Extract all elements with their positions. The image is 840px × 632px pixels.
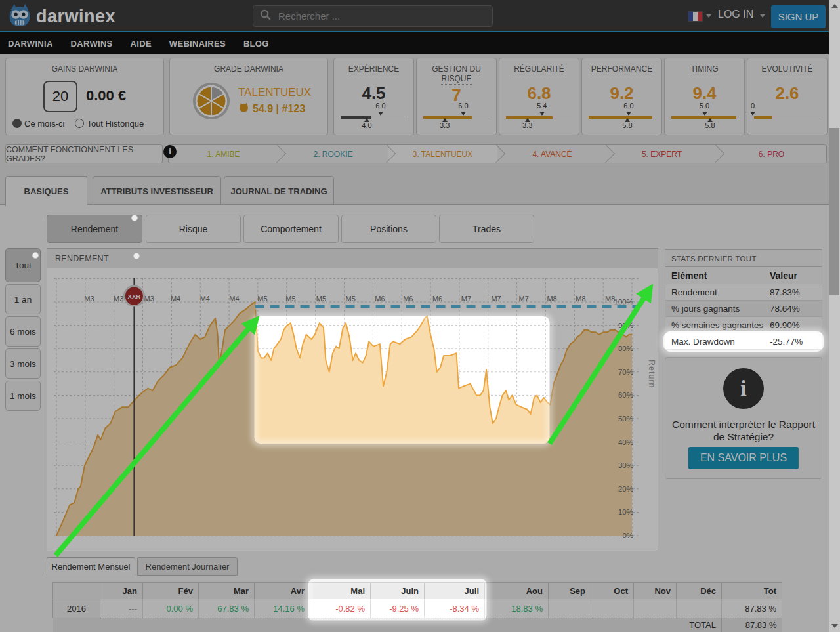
month-value-mar: 67.83 % xyxy=(199,599,255,618)
radio-this-month[interactable]: Ce mois-ci xyxy=(12,119,64,129)
time-button-1-mois[interactable]: 1 mois xyxy=(5,381,41,411)
nav-item-darwins[interactable]: DARWINS xyxy=(71,39,113,49)
month-value-juin: -9.25 % xyxy=(371,599,425,618)
return-area-chart[interactable]: M3M3M3M4M4M4M5M5M5M5M6M6M6M7M7M7M8M8M80%… xyxy=(47,268,656,549)
month-header-juil: Juil xyxy=(425,583,485,599)
svg-text:M3: M3 xyxy=(114,295,123,303)
score-card-timing: TIMING9.45.05.8 xyxy=(664,58,745,135)
beacon-dot xyxy=(32,252,39,259)
grade-step-4-avanc: 4. AVANCÉ xyxy=(497,145,607,163)
stats-row-max-drawdown: Max. Drawdown-25.77% xyxy=(665,333,822,350)
stats-row-label: % jours gagnants xyxy=(665,304,770,314)
month-value-mai: -0.82 % xyxy=(310,599,371,618)
nav-item-blog[interactable]: BLOG xyxy=(243,39,269,49)
gauge-bottom-value: 3.3 xyxy=(440,121,450,129)
subtab-trades[interactable]: Trades xyxy=(439,215,534,243)
subtab-rendement[interactable]: Rendement xyxy=(47,215,142,243)
nav-item-webinaires[interactable]: WEBINAIRES xyxy=(169,39,226,49)
nav-item-darwinia[interactable]: DARWINIA xyxy=(8,39,53,49)
gauge-fill xyxy=(589,116,652,119)
subtab-comportement[interactable]: Comportement xyxy=(243,215,339,243)
month-header-aou: Aou xyxy=(485,583,549,599)
login-caret-icon[interactable] xyxy=(760,14,765,18)
interpretation-info-panel: i Comment interpréter le Rapportde Strat… xyxy=(665,357,822,479)
month-value-nov xyxy=(634,599,677,618)
tab-monthly-return[interactable]: Rendement Mensuel xyxy=(47,557,135,576)
svg-text:30%: 30% xyxy=(618,461,633,469)
vertical-scrollbar[interactable] xyxy=(829,0,840,632)
tab-journal-de-trading[interactable]: JOURNAL DE TRADING xyxy=(224,176,334,206)
subtab-risque[interactable]: Risque xyxy=(146,215,241,243)
language-caret-icon[interactable] xyxy=(706,14,711,18)
svg-text:M8: M8 xyxy=(576,295,585,303)
score-value: 6.8 xyxy=(499,83,579,104)
page: darwinex LOG IN SIGN UP DARWINIADARWINSA… xyxy=(0,0,840,632)
info-text: Comment interpréter le Rapportde Stratég… xyxy=(665,418,822,444)
grade-step-label: 4. AVANCÉ xyxy=(532,150,572,159)
scrollbar-thumb[interactable] xyxy=(830,128,839,295)
score-value: 9.2 xyxy=(582,83,662,104)
score-card-performance: PERFORMANCE9.26.05.8 xyxy=(581,58,662,135)
subtab-positions[interactable]: Positions xyxy=(341,215,436,243)
grade-step-6-pro: 6. PRO xyxy=(717,145,826,163)
nav-item-aide[interactable]: AIDE xyxy=(131,39,152,49)
beacon-dot xyxy=(131,215,138,221)
gauge-top-value: 0 xyxy=(751,102,755,110)
time-button-1-an[interactable]: 1 an xyxy=(5,284,41,314)
tab-attributs-investisseur[interactable]: ATTRIBUTS INVESTISSEUR xyxy=(93,176,221,206)
gauge-top-value: 5.0 xyxy=(700,102,709,110)
score-card-gestion-durisque: GESTION DURISQUE76.03.3 xyxy=(416,58,497,135)
scroll-down-icon[interactable] xyxy=(831,624,838,628)
grade-steps-bar: 1. AMIBE2. ROOKIE3. TALENTUEUX4. AVANCÉ5… xyxy=(168,144,827,163)
svg-text:M3: M3 xyxy=(84,295,94,303)
score-card-title: RÉGULARITÉ xyxy=(499,64,579,74)
logo-wordmark: darwinex xyxy=(36,7,116,27)
svg-text:80%: 80% xyxy=(618,345,633,352)
gauge-top-marker-icon xyxy=(378,112,383,116)
tab-daily-return[interactable]: Rendement Journalier xyxy=(137,557,238,576)
beacon-dot xyxy=(133,253,140,259)
search-box[interactable] xyxy=(253,5,493,27)
gauge-bottom-value: 5.8 xyxy=(622,121,632,129)
tab-basiques[interactable]: BASIQUES xyxy=(5,176,87,206)
month-header-tot: Tot xyxy=(722,583,782,599)
score-gauge: 6.03.3 xyxy=(422,103,491,131)
grade-darwinia-card: GRADE DARWINIA TALENTUEUX xyxy=(169,58,328,135)
stats-panel-title: STATS DERNIER TOUT xyxy=(665,250,822,267)
time-button-6-mois[interactable]: 6 mois xyxy=(5,316,41,347)
grade-step-label: 1. AMIBE xyxy=(207,150,240,159)
grade-pie-icon xyxy=(192,82,230,123)
month-value-tot: 87.83 % xyxy=(722,599,782,618)
radio-all-history[interactable]: Tout Historique xyxy=(75,119,144,129)
gauge-top-marker-icon xyxy=(702,112,707,116)
stats-header-row: Elément Valeur xyxy=(665,267,822,284)
login-button[interactable]: LOG IN xyxy=(718,9,753,20)
score-gauge: 5.05.8 xyxy=(670,103,739,131)
total-label-cell: TOTAL xyxy=(53,618,722,632)
gauge-bottom-value: 5.8 xyxy=(705,121,715,129)
month-value-d-c xyxy=(677,599,722,618)
svg-text:M6: M6 xyxy=(432,295,442,303)
signup-button[interactable]: SIGN UP xyxy=(771,5,826,28)
language-flag-icon[interactable] xyxy=(688,11,703,22)
time-button-3-mois[interactable]: 3 mois xyxy=(5,348,41,379)
score-card-title: PERFORMANCE xyxy=(582,64,662,74)
darwinex-logo[interactable]: darwinex xyxy=(8,3,116,30)
learn-more-button[interactable]: EN SAVOIR PLUS xyxy=(688,447,799,469)
how-grades-work-button[interactable]: COMMENT FONCTIONNENT LES GRADES? xyxy=(5,144,163,163)
month-value-avr: 14.16 % xyxy=(255,599,310,618)
grade-card-title: GRADE DARWINIA xyxy=(170,64,327,74)
year-cell: 2016 xyxy=(53,599,100,618)
search-input[interactable] xyxy=(277,10,486,22)
svg-text:0%: 0% xyxy=(622,532,633,539)
gains-card-title: GAINS DARWINIA xyxy=(6,64,163,74)
score-card-title: EXPÉRIENCE xyxy=(334,64,413,74)
table-value-row: 2016---0.00 %67.83 %14.16 %-0.82 %-9.25 … xyxy=(53,599,782,618)
month-value-aou: 18.83 % xyxy=(485,599,549,618)
grade-step-label: 5. EXPERT xyxy=(642,150,682,159)
svg-text:60%: 60% xyxy=(618,391,633,399)
svg-text:50%: 50% xyxy=(618,415,633,423)
owl-badge-icon xyxy=(238,102,249,116)
scroll-up-icon[interactable] xyxy=(831,4,838,8)
info-icon[interactable]: i xyxy=(163,145,177,158)
